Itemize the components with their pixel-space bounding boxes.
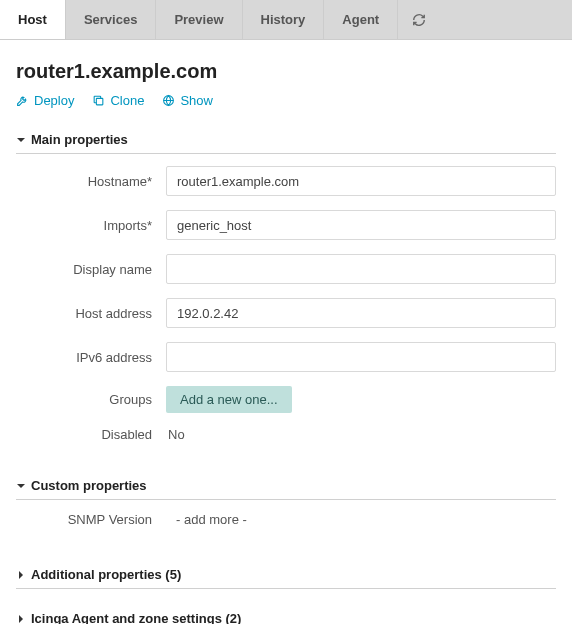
section-additional-properties[interactable]: Additional properties (5)	[16, 561, 556, 589]
disabled-value[interactable]: No	[166, 427, 185, 442]
deploy-action[interactable]: Deploy	[16, 93, 74, 108]
show-label: Show	[180, 93, 213, 108]
section-main-title: Main properties	[31, 132, 128, 147]
action-bar: Deploy Clone Show	[16, 93, 556, 108]
refresh-button[interactable]	[398, 0, 440, 39]
display-name-input[interactable]	[166, 254, 556, 284]
ipv6-address-input[interactable]	[166, 342, 556, 372]
section-custom-properties[interactable]: Custom properties	[16, 472, 556, 500]
imports-input[interactable]	[166, 210, 556, 240]
tab-history[interactable]: History	[243, 0, 325, 39]
wrench-icon	[16, 94, 29, 107]
hostname-input[interactable]	[166, 166, 556, 196]
deploy-label: Deploy	[34, 93, 74, 108]
host-address-input[interactable]	[166, 298, 556, 328]
groups-add-chip[interactable]: Add a new one...	[166, 386, 292, 413]
refresh-icon	[412, 13, 426, 27]
show-action[interactable]: Show	[162, 93, 213, 108]
snmp-version-select[interactable]: - add more -	[166, 512, 247, 527]
tab-host[interactable]: Host	[0, 0, 66, 39]
clone-action[interactable]: Clone	[92, 93, 144, 108]
caret-down-icon	[16, 481, 26, 491]
main-properties-form: Hostname* Imports* Display name Host add…	[16, 154, 556, 460]
caret-right-icon	[16, 570, 26, 580]
tab-preview[interactable]: Preview	[156, 0, 242, 39]
page-title: router1.example.com	[16, 60, 556, 83]
host-address-label: Host address	[16, 306, 166, 321]
custom-properties-form: SNMP Version - add more -	[16, 500, 556, 545]
snmp-version-label: SNMP Version	[16, 512, 166, 527]
clone-label: Clone	[110, 93, 144, 108]
section-agent-zone[interactable]: Icinga Agent and zone settings (2)	[16, 605, 556, 624]
section-main-properties[interactable]: Main properties	[16, 126, 556, 154]
display-name-label: Display name	[16, 262, 166, 277]
section-additional-title: Additional properties (5)	[31, 567, 181, 582]
imports-label: Imports*	[16, 218, 166, 233]
caret-right-icon	[16, 614, 26, 624]
caret-down-icon	[16, 135, 26, 145]
tab-bar: Host Services Preview History Agent	[0, 0, 572, 40]
globe-icon	[162, 94, 175, 107]
tab-agent[interactable]: Agent	[324, 0, 398, 39]
groups-label: Groups	[16, 392, 166, 407]
clone-icon	[92, 94, 105, 107]
section-agent-zone-title: Icinga Agent and zone settings (2)	[31, 611, 241, 624]
disabled-label: Disabled	[16, 427, 166, 442]
tab-services[interactable]: Services	[66, 0, 157, 39]
section-custom-title: Custom properties	[31, 478, 147, 493]
hostname-label: Hostname*	[16, 174, 166, 189]
svg-rect-0	[97, 98, 104, 105]
ipv6-address-label: IPv6 address	[16, 350, 166, 365]
